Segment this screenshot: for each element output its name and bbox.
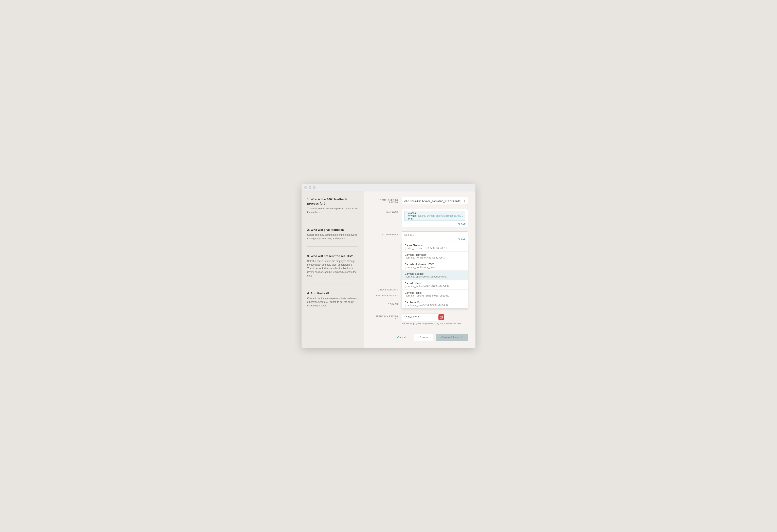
sidebar: 1. Who is the 360° feedback process for?… (302, 191, 364, 348)
coworkers-dropdown: Carlos Ziemann (carlos_ziemann+573d58659… (402, 242, 468, 309)
dropdown-item-4[interactable]: Carmelo Kiehn (carmelo_kiehn+573d551096c… (402, 280, 468, 290)
manager-tag-remove[interactable]: × (406, 215, 407, 218)
coworkers-clear-button[interactable]: CLEAR (457, 238, 466, 241)
titlebar (302, 184, 475, 191)
footer-actions: Cancel Create Create & Launch (372, 329, 468, 343)
main-panel: * EMPLOYEE TO REVIEW Abe Considine IV (a… (364, 191, 475, 348)
step-1-description: They will also be invited to provide fee… (307, 207, 358, 214)
direct-reports-label: DIRECT REPORTS (372, 287, 402, 291)
date-helper: We ask employees to get everything wrapp… (402, 322, 468, 324)
dropdown-item-5[interactable]: Carmine Robel (carmine_robel+573d593496c… (402, 290, 468, 299)
manager-tag-box[interactable]: × Alanna Wyman PhD (alanna_wyman_phd+573… (402, 209, 468, 227)
manager-tag-email: (alanna_wyman_phd+573d564a96c70b1... (417, 215, 463, 217)
traffic-light-close[interactable] (304, 186, 307, 189)
coworkers-control: Select... CLEAR Carlos Ziemann (carlos_z… (402, 232, 468, 242)
dropdown-item-2[interactable]: Carmela Hodkiewicz DVM (carmela_hodkiewi… (402, 261, 468, 271)
manager-clear-button[interactable]: CLEAR (457, 223, 466, 225)
calendar-icon[interactable]: 31 (438, 314, 444, 320)
dropdown-item-3[interactable]: Carmela Spencer (carmela_spencer+573d599… (402, 271, 468, 280)
manager-control: × Alanna Wyman PhD (alanna_wyman_phd+573… (402, 209, 468, 227)
coworkers-label: CO-WORKERS (372, 232, 402, 236)
coworkers-placeholder: Select... (404, 233, 414, 236)
create-launch-button[interactable]: Create & Launch (436, 334, 468, 341)
sidebar-step-3: 3. Who will present the results? Select … (307, 254, 358, 284)
dropdown-item-0[interactable]: Carlos Ziemann (carlos_ziemann+573d58659… (402, 242, 468, 252)
manager-row: MANAGER × Alanna Wyman PhD (alanna_wyman… (372, 209, 468, 227)
step-4-description: Create to let the employee nominate revi… (307, 296, 358, 307)
feedback-review-control: 10 Feb 2017 31 We ask empl (402, 313, 468, 324)
traffic-light-minimize[interactable] (309, 186, 311, 189)
coach-label: * COACH (372, 301, 402, 305)
step-4-heading: 4. And that's it! (307, 291, 358, 295)
step-1-heading: 1. Who is the 360° feedback process for? (307, 197, 358, 206)
step-2-heading: 2. Who will give feedback (307, 228, 358, 232)
content-area: 1. Who is the 360° feedback process for?… (302, 191, 475, 348)
manager-tag-name: Alanna Wyman PhD (408, 212, 417, 220)
dropdown-item-6[interactable]: Carolanne Orn (carolanne_orn+573d53f996c… (402, 299, 468, 308)
coworkers-row: CO-WORKERS Select... CLEAR Carlos Zieman… (372, 232, 468, 242)
manager-tag: × Alanna Wyman PhD (alanna_wyman_phd+573… (404, 211, 465, 221)
employee-select-wrap: Abe Considine IV (abe_considine_iv+573d5… (402, 197, 468, 205)
employee-control: Abe Considine IV (abe_considine_iv+573d5… (402, 197, 468, 205)
employee-label: * EMPLOYEE TO REVIEW (372, 197, 402, 204)
step-3-description: Select a coach to take the employee thro… (307, 259, 358, 277)
feedback-review-label: FEEDBACK REVIEW BY (372, 313, 402, 320)
date-value: 10 Feb 2017 (404, 316, 419, 319)
sidebar-step-1: 1. Who is the 360° feedback process for?… (307, 197, 358, 220)
employee-select[interactable]: Abe Considine IV (abe_considine_iv+573d5… (402, 197, 468, 205)
step-3-heading: 3. Who will present the results? (307, 254, 358, 258)
dropdown-item-1[interactable]: Carmela Hermiston (carmela_hermiston+573… (402, 252, 468, 261)
feedback-review-row: FEEDBACK REVIEW BY 10 Feb 2017 (372, 313, 468, 324)
manager-label: MANAGER (372, 209, 402, 214)
sidebar-step-4: 4. And that's it! Create to let the empl… (307, 291, 358, 313)
employee-row: * EMPLOYEE TO REVIEW Abe Considine IV (a… (372, 197, 468, 205)
cancel-button[interactable]: Cancel (392, 334, 412, 341)
svg-text:31: 31 (441, 317, 442, 318)
create-button[interactable]: Create (414, 334, 433, 341)
traffic-light-fullscreen[interactable] (313, 186, 316, 189)
date-input[interactable]: 10 Feb 2017 (402, 313, 438, 321)
step-2-description: Select from any combination of the emplo… (307, 233, 358, 240)
sidebar-step-2: 2. Who will give feedback Select from an… (307, 228, 358, 247)
coworkers-tagbox[interactable]: Select... CLEAR (402, 232, 468, 242)
app-window: 1. Who is the 360° feedback process for?… (302, 184, 475, 348)
date-input-wrap: 10 Feb 2017 31 (402, 313, 468, 321)
feedback-due-label: FEEDBACK DUE BY (372, 292, 402, 297)
